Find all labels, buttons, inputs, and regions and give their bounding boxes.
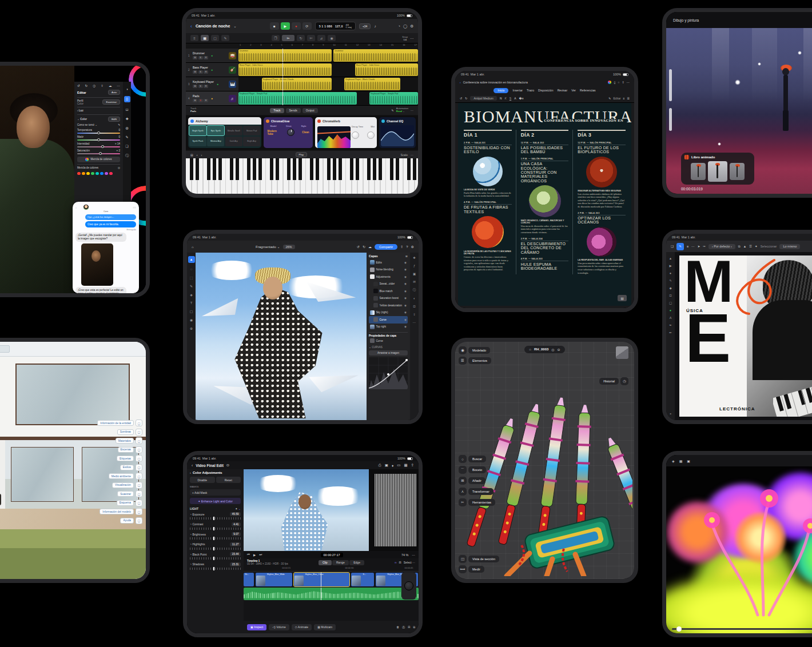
visibility-icon[interactable]: ◉ bbox=[404, 297, 407, 299]
tracks-view-icon[interactable]: ≡ bbox=[190, 35, 198, 41]
add-mask-button[interactable]: + Add Mask bbox=[190, 489, 241, 496]
mixer-icon[interactable]: ◔ bbox=[398, 24, 400, 29]
edit-button[interactable]: Editar bbox=[614, 97, 621, 100]
mode-range[interactable]: Range bbox=[332, 560, 349, 565]
keyboard-view-icon[interactable]: ▤ bbox=[190, 153, 193, 157]
adjustment-slider[interactable]: ◔ Brightness 9.07 bbox=[190, 532, 241, 540]
prev-frame-icon[interactable]: ⏮ bbox=[247, 553, 250, 557]
edit-icon[interactable]: ☰ bbox=[124, 96, 130, 102]
heal-icon[interactable]: ✚ bbox=[125, 117, 128, 121]
sketch-icon[interactable]: ⌒ bbox=[459, 466, 467, 474]
lcd-display[interactable]: 5 1 1 086 127,0 4/4C maj bbox=[315, 22, 356, 30]
cad-panel-item[interactable]: Información del modelo ◻ bbox=[99, 508, 142, 515]
history-clock-icon[interactable]: ◷ bbox=[620, 377, 628, 385]
comment-icon[interactable]: ✉ bbox=[413, 280, 416, 283]
mode-edge[interactable]: Edge bbox=[349, 560, 364, 565]
region[interactable]: Keyboard Player - Broken Chords bbox=[262, 78, 332, 90]
info-icon[interactable]: ⓘ bbox=[413, 288, 416, 292]
masking-icon[interactable]: ◍ bbox=[125, 126, 128, 130]
cloud-icon[interactable]: ☁ bbox=[368, 245, 372, 249]
cad-panel-item[interactable]: Sombras ◻ bbox=[117, 429, 142, 436]
octave-down-icon[interactable]: ‹ bbox=[197, 153, 198, 157]
camera-icon[interactable]: ▣ bbox=[687, 459, 690, 463]
track-row-keys[interactable]: 3 Keyboard Player MSR ● 🎹 Keyboard Playe… bbox=[186, 77, 418, 91]
visibility-icon[interactable]: ◉ bbox=[404, 304, 407, 307]
crop-icon[interactable]: ⊡ bbox=[125, 107, 128, 111]
adjustment-slider[interactable]: ◔ Highlights 11.27 bbox=[190, 542, 241, 550]
props-layer-row[interactable]: Curve bbox=[369, 337, 408, 345]
loop-tool-icon[interactable]: ↻ bbox=[297, 35, 305, 41]
camera-icon[interactable]: ▣ bbox=[385, 463, 388, 468]
msr-buttons[interactable]: MSR bbox=[193, 56, 208, 59]
same-chip[interactable]: Lo mismo bbox=[779, 244, 800, 249]
undo-icon[interactable]: ↺ bbox=[357, 245, 360, 249]
history-button[interactable]: Historial bbox=[599, 378, 619, 385]
decay-knob[interactable] bbox=[352, 131, 359, 139]
curves-histogram[interactable] bbox=[369, 357, 408, 389]
pencil-tool-icon[interactable]: ✎ bbox=[221, 35, 229, 41]
panel-item-icon[interactable]: ◻ bbox=[136, 473, 142, 480]
panel-item-icon[interactable]: ◻ bbox=[136, 420, 142, 426]
anadir-button[interactable]: Añadir bbox=[468, 477, 485, 484]
next-frame-icon[interactable]: ⏭ bbox=[259, 553, 262, 557]
drag-to-image-button[interactable]: Arrastrar a imagen bbox=[369, 350, 408, 356]
dot-tool[interactable]: ● bbox=[670, 309, 671, 312]
cad-panel-item[interactable]: Etiquetas ◻ bbox=[117, 455, 142, 462]
mute-icon[interactable]: Ⓐ bbox=[402, 625, 405, 629]
panel-item-icon[interactable]: ◻ bbox=[136, 446, 142, 453]
brush-tool[interactable]: ✎ bbox=[190, 284, 193, 288]
animation-frame[interactable] bbox=[691, 163, 706, 180]
animation-frame-current[interactable] bbox=[708, 161, 727, 182]
more-icon[interactable]: ⋯ bbox=[413, 321, 416, 324]
medir-button[interactable]: Medir bbox=[468, 566, 484, 573]
text-color-icon[interactable]: A bbox=[514, 97, 516, 100]
blend-icon[interactable]: ❖ bbox=[413, 256, 416, 259]
visibility-icon[interactable]: ◉ bbox=[404, 311, 407, 314]
brush-opacity-slider[interactable] bbox=[669, 108, 672, 131]
adjustment-slider[interactable]: ◔ Contrast 4.41 bbox=[190, 522, 241, 530]
text-tool[interactable]: T bbox=[190, 301, 193, 305]
elements-icon[interactable]: ☰ bbox=[459, 357, 467, 365]
lock-icon[interactable]: ◈ bbox=[672, 459, 675, 463]
panel-item-icon[interactable]: ◻ bbox=[136, 490, 142, 497]
more-icon[interactable]: ⋯ bbox=[691, 245, 695, 248]
versions-icon[interactable]: ❏ bbox=[125, 144, 128, 148]
search-icon[interactable]: ○ bbox=[459, 455, 467, 463]
play-icon[interactable]: ▶ bbox=[253, 553, 256, 557]
redo-icon[interactable]: ↻ bbox=[363, 245, 365, 249]
layer-row[interactable]: Edits◉ bbox=[369, 259, 408, 266]
message-photo-attachment[interactable] bbox=[81, 243, 113, 286]
snap-icon[interactable]: ⊟ bbox=[399, 561, 401, 564]
boceto-button[interactable]: Boceto bbox=[468, 466, 486, 473]
node-tool[interactable]: ▶ bbox=[669, 264, 671, 267]
transform-icon[interactable]: ⧉ bbox=[738, 245, 741, 249]
share-icon[interactable]: ⇧ bbox=[101, 84, 104, 87]
cad-panel-item[interactable]: Esquema ◻ bbox=[117, 500, 142, 506]
cad-panel-item[interactable]: Visualización ◻ bbox=[112, 482, 142, 489]
brush-size-slider[interactable] bbox=[669, 69, 672, 101]
split-icon[interactable]: ⊟ bbox=[408, 625, 410, 629]
grid-icon[interactable]: ▦ bbox=[404, 463, 407, 468]
playhead[interactable] bbox=[282, 77, 283, 91]
more-icon[interactable]: ⋯ bbox=[410, 36, 413, 40]
home-icon[interactable]: ⌂ bbox=[192, 245, 194, 249]
edit-pencil-icon[interactable]: ✎ bbox=[608, 97, 611, 100]
reset-button[interactable]: Reset bbox=[216, 477, 241, 483]
orange-scribble[interactable] bbox=[719, 255, 788, 318]
automation-pencil-icon[interactable]: ✎ bbox=[392, 109, 394, 112]
visibility-icon[interactable]: ◉ bbox=[404, 268, 407, 271]
presets-icon[interactable]: ◑ bbox=[126, 87, 128, 91]
track-row-pads[interactable]: 4 Pads MSR ● ♬ Keyboard Player - Simple … bbox=[186, 91, 418, 106]
track-row-drummer[interactable]: 1 Drummer MSR ● 🥁 Drummer Drummer bbox=[186, 49, 418, 63]
piano-keyboard[interactable] bbox=[186, 158, 418, 194]
render-canvas[interactable] bbox=[666, 466, 812, 633]
msr-buttons[interactable]: MSR bbox=[193, 70, 208, 74]
marquee-tool[interactable]: ⬚ bbox=[190, 275, 193, 279]
tab-trazo[interactable]: Trazo bbox=[527, 89, 534, 92]
light-section-label[interactable]: LIGHT bbox=[190, 507, 198, 510]
preset-cell[interactable]: Bright Arp bbox=[243, 137, 260, 146]
section-view-icon[interactable]: ◫ bbox=[459, 555, 467, 563]
target-icon[interactable]: ◎ bbox=[118, 166, 120, 169]
tab-track[interactable]: Track bbox=[270, 108, 284, 113]
project-title[interactable]: Video Final Edit bbox=[196, 464, 224, 468]
